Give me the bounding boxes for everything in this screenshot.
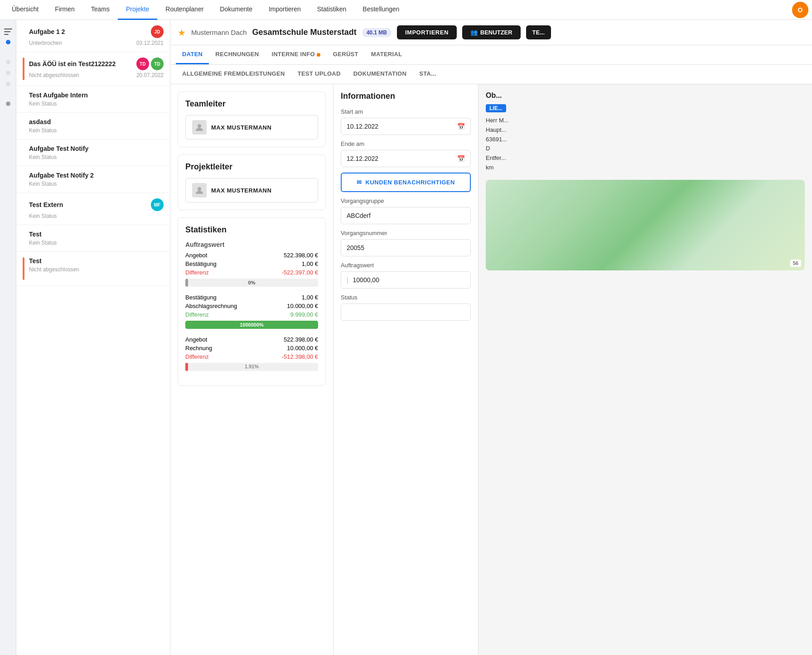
nav-item-ubersicht[interactable]: Übersicht	[4, 0, 47, 20]
map-zoom-label: 56	[790, 260, 801, 267]
task-item-content: Aufgabe Test Notify 2 Kein Status	[29, 172, 164, 187]
task-item[interactable]: Test Nicht abgeschlossen	[16, 252, 170, 286]
filter-button[interactable]	[2, 25, 14, 38]
nav-item-statistiken[interactable]: Statistiken	[309, 0, 355, 20]
task-title: Test	[29, 231, 42, 238]
task-item-content: Test Extern MF Kein Status	[29, 198, 164, 219]
import-button[interactable]: IMPORTIEREN	[397, 25, 457, 39]
svg-rect-0	[4, 29, 12, 29]
task-badge: JD	[151, 25, 164, 38]
tab-gerust[interactable]: GERÜST	[327, 45, 365, 64]
stats-group-3: Angebot 522.398,00 € Rechnung 10.000,00 …	[185, 336, 318, 371]
address-block: LIE... Herr M... Haupt... 63691... D Ent…	[486, 104, 805, 173]
tab-sta[interactable]: STA...	[413, 65, 443, 84]
task-item-header: Aufgabe Test Notify 2	[29, 172, 164, 179]
file-size-badge: 40.1 MB	[362, 28, 392, 37]
auftragswert-info-label: Auftragswert	[341, 262, 471, 269]
stats-row-differenz-3: Differenz -512.398,00 €	[185, 353, 318, 360]
task-item[interactable]: Test Kein Status	[16, 225, 170, 252]
task-title: Aufgabe 1 2	[29, 28, 65, 35]
tab-dokumentation[interactable]: DOKUMENTATION	[347, 65, 413, 84]
task-item-content: Test Kein Status	[29, 231, 164, 246]
task-status-row: Unterbrochen 03.12.2021	[29, 40, 164, 46]
stats-row-bestatigung-2: Bestätigung 1,00 €	[185, 294, 318, 301]
filter-indicator-blue	[6, 40, 10, 44]
benutzer-button[interactable]: 👥 BENUTZER	[462, 25, 521, 39]
tab-interne-info[interactable]: INTERNE INFO	[265, 45, 326, 64]
tabs-row-1: DATEN RECHNUNGEN INTERNE INFO GERÜST MAT…	[170, 45, 812, 65]
svg-point-4	[198, 124, 201, 128]
informationen-section: Informationen Start am 10.12.2022 📅 Ende…	[341, 92, 471, 321]
vorgangsgruppe-label: Vorgangsgruppe	[341, 197, 471, 204]
task-item-content: asdasd Kein Status	[29, 118, 164, 134]
task-status-row: Kein Status	[29, 240, 164, 246]
nav-item-projekte[interactable]: Projekte	[118, 0, 157, 20]
company-name: Mustermann Dach	[191, 29, 247, 36]
start-label: Start am	[341, 108, 471, 115]
main-content-area: ★ Mustermann Dach Gesamtschule Mustersta…	[170, 20, 812, 655]
teamleiter-card: Teamleiter MAX MUSTERMANN	[178, 92, 326, 147]
teamleiter-person-button[interactable]: MAX MUSTERMANN	[185, 115, 318, 140]
task-status-row: Kein Status	[29, 127, 164, 134]
task-item-header: asdasd	[29, 118, 164, 125]
tab-daten[interactable]: DATEN	[176, 45, 209, 64]
te-button[interactable]: TE...	[526, 25, 551, 39]
task-item-inner: Das ÄÖÜ ist ein Test2122222 TDTD Nicht a…	[23, 58, 164, 80]
task-badges: JD	[151, 25, 164, 38]
auftragswert-field[interactable]: | 10000,00	[341, 271, 471, 289]
tabs-row-2: ALLGEMEINE FREMDLEISTUNGEN TEST UPLOAD D…	[170, 65, 812, 84]
tab-rechnungen[interactable]: RECHNUNGEN	[209, 45, 265, 64]
vorgangsnummer-field[interactable]: 20055	[341, 239, 471, 256]
task-item[interactable]: Das ÄÖÜ ist ein Test2122222 TDTD Nicht a…	[16, 52, 170, 86]
task-item[interactable]: Aufgabe 1 2 JD Unterbrochen 03.12.2021	[16, 20, 170, 52]
interne-info-dot	[317, 53, 320, 57]
nav-item-teams[interactable]: Teams	[83, 0, 118, 20]
cursor-indicator: |	[347, 276, 348, 284]
task-badge: TD	[136, 58, 149, 70]
tab-allgemeine-fremd[interactable]: ALLGEMEINE FREMDLEISTUNGEN	[176, 65, 291, 84]
projektleiter-avatar	[192, 183, 207, 197]
task-status: Nicht abgeschlossen	[29, 72, 79, 78]
nav-item-dokumente[interactable]: Dokumente	[212, 0, 261, 20]
progress-bar-2: 1000000%	[185, 321, 318, 329]
envelope-icon: ✉	[357, 179, 362, 186]
right-column: Informationen Start am 10.12.2022 📅 Ende…	[334, 84, 478, 655]
status-field[interactable]	[341, 303, 471, 321]
start-date-input[interactable]: 10.12.2022 📅	[341, 118, 471, 135]
task-item-header: Test	[29, 257, 164, 265]
progress-bar-1: 0%	[185, 279, 318, 287]
task-status: Kein Status	[29, 240, 57, 246]
task-status: Kein Status	[29, 101, 57, 107]
ende-date-input[interactable]: 12.12.2022 📅	[341, 150, 471, 167]
task-item[interactable]: Aufgabe Test Notify 2 Kein Status	[16, 166, 170, 193]
star-icon[interactable]: ★	[178, 27, 186, 38]
task-list-panel: Aufgabe 1 2 JD Unterbrochen 03.12.2021 D…	[16, 20, 170, 655]
task-date: 03.12.2021	[136, 40, 164, 46]
calendar-icon-2: 📅	[457, 155, 465, 162]
user-avatar[interactable]: O	[792, 2, 808, 18]
ende-label: Ende am	[341, 140, 471, 147]
stats-group-2: Bestätigung 1,00 € Abschlagsrechnung 10.…	[185, 294, 318, 329]
task-item[interactable]: Test Extern MF Kein Status	[16, 193, 170, 225]
svg-rect-2	[4, 34, 9, 35]
projektleiter-person-button[interactable]: MAX MUSTERMANN	[185, 178, 318, 202]
nav-item-routenplaner[interactable]: Routenplaner	[157, 0, 212, 20]
task-title: Test Extern	[29, 201, 63, 208]
task-status: Kein Status	[29, 213, 57, 219]
nav-item-bestellungen[interactable]: Bestellungen	[354, 0, 407, 20]
task-item[interactable]: Test Aufgabe Intern Kein Status	[16, 86, 170, 113]
task-item[interactable]: Aufgabe Test Notify Kein Status	[16, 140, 170, 166]
task-status: Kein Status	[29, 181, 57, 187]
tab-test-upload[interactable]: TEST UPLOAD	[291, 65, 347, 84]
task-badges: TDTD	[136, 58, 164, 70]
nav-item-firmen[interactable]: Firmen	[47, 0, 83, 20]
nav-item-importieren[interactable]: Importieren	[261, 0, 309, 20]
task-item-header: Aufgabe Test Notify	[29, 145, 164, 152]
tab-material[interactable]: MATERIAL	[365, 45, 409, 64]
vorgangsgruppe-field[interactable]: ABCderf	[341, 207, 471, 224]
stats-row-differenz-1: Differenz -522.397,00 €	[185, 269, 318, 276]
projektleiter-title: Projektleiter	[185, 162, 318, 172]
task-item[interactable]: asdasd Kein Status	[16, 113, 170, 140]
kunden-benachrichtigen-button[interactable]: ✉ KUNDEN BENACHRICHTIGEN	[341, 173, 471, 192]
stats-row-rechnung-3: Rechnung 10.000,00 €	[185, 345, 318, 352]
